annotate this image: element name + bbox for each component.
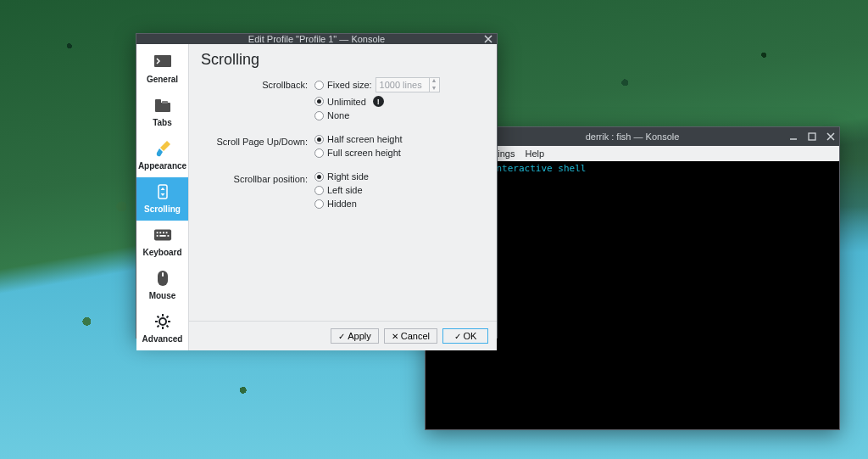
row-scrollback: Scrollback: Fixed size: ▲▼ Un	[189, 77, 485, 120]
dialog-window-controls	[483, 34, 493, 44]
page-heading: Scrolling	[189, 44, 497, 77]
svg-rect-11	[156, 235, 158, 237]
sidebar-item-scrolling[interactable]: Scrolling	[136, 177, 188, 221]
option-fixed-size[interactable]: Fixed size: ▲▼	[314, 77, 440, 92]
svg-rect-5	[159, 185, 167, 199]
svg-rect-15	[162, 272, 164, 277]
radio-full-screen[interactable]	[314, 148, 324, 158]
svg-point-16	[159, 318, 166, 325]
sidebar-item-mouse[interactable]: Mouse	[136, 264, 188, 307]
check-icon: ✓	[338, 332, 345, 341]
minimize-icon[interactable]	[788, 132, 798, 142]
sidebar-item-label: Keyboard	[142, 248, 181, 257]
row-scrollbar-position: Scrollbar position: Right side Left side	[189, 171, 485, 209]
option-label: Left side	[327, 185, 363, 195]
svg-rect-7	[156, 232, 158, 233]
option-label: Half screen height	[327, 134, 403, 144]
sidebar-item-label: Mouse	[149, 291, 176, 300]
svg-rect-9	[163, 232, 164, 233]
check-icon: ✓	[454, 332, 461, 341]
option-label: Hidden	[327, 199, 357, 209]
dialog-title: Edit Profile "Profile 1" — Konsole	[142, 34, 492, 44]
konsole-window-controls	[788, 127, 836, 146]
menu-help[interactable]: Help	[525, 148, 544, 159]
option-label: Unlimited	[327, 97, 366, 107]
main-panel: Scrolling Scrollback: Fixed size: ▲▼	[189, 44, 497, 350]
button-label: Cancel	[401, 331, 430, 341]
label-scrollpage: Scroll Page Up/Down:	[189, 134, 314, 147]
option-none[interactable]: None	[314, 110, 440, 120]
button-label: OK	[464, 331, 477, 341]
svg-rect-13	[167, 235, 169, 237]
scroll-icon	[153, 182, 172, 201]
svg-rect-10	[165, 232, 167, 233]
sidebar-item-appearance[interactable]: Appearance	[136, 134, 188, 177]
radio-hidden[interactable]	[314, 199, 324, 209]
svg-rect-0	[809, 133, 815, 140]
sidebar-item-keyboard[interactable]: Keyboard	[136, 221, 188, 264]
tabs-icon	[153, 96, 172, 115]
option-label: Fixed size:	[327, 80, 372, 90]
radio-unlimited[interactable]	[314, 97, 324, 106]
close-icon[interactable]	[826, 132, 836, 142]
maximize-icon[interactable]	[807, 132, 817, 142]
row-scrollpage: Scroll Page Up/Down: Half screen height …	[189, 134, 485, 158]
label-scrollback: Scrollback:	[189, 77, 314, 90]
spin-down-icon: ▼	[430, 85, 439, 92]
sidebar-item-label: Appearance	[138, 161, 186, 171]
radio-half-screen[interactable]	[314, 135, 324, 144]
brush-icon	[153, 139, 172, 158]
dialog-button-row: ✓ Apply ✕ Cancel ✓ OK	[189, 321, 497, 350]
option-half-screen[interactable]: Half screen height	[314, 134, 403, 144]
spin-up-icon: ▲	[430, 77, 439, 85]
sidebar-item-label: Tabs	[153, 118, 172, 127]
dialog-titlebar[interactable]: Edit Profile "Profile 1" — Konsole	[136, 34, 497, 44]
dialog-body: General Tabs Appearance Scrolling	[136, 44, 497, 350]
option-right-side[interactable]: Right side	[314, 171, 369, 182]
svg-rect-12	[159, 235, 165, 237]
mouse-icon	[153, 269, 172, 288]
fixed-size-spinbox[interactable]: ▲▼	[376, 77, 440, 92]
gear-icon	[153, 312, 172, 331]
option-label: Right side	[327, 171, 369, 182]
svg-rect-2	[155, 103, 170, 112]
apply-button[interactable]: ✓ Apply	[331, 328, 379, 344]
sidebar-item-advanced[interactable]: Advanced	[136, 307, 188, 350]
radio-fixed-size[interactable]	[314, 81, 324, 90]
spin-buttons[interactable]: ▲▼	[429, 77, 439, 92]
sidebar: General Tabs Appearance Scrolling	[136, 44, 189, 350]
edit-profile-dialog[interactable]: Edit Profile "Profile 1" — Konsole Gener…	[136, 33, 498, 339]
radio-right-side[interactable]	[314, 172, 324, 182]
ok-button[interactable]: ✓ OK	[442, 328, 488, 344]
close-icon[interactable]	[483, 34, 493, 44]
option-hidden[interactable]: Hidden	[314, 199, 369, 209]
sidebar-item-label: Advanced	[142, 334, 183, 344]
option-label: Full screen height	[327, 148, 401, 158]
terminal-icon	[153, 53, 172, 71]
keyboard-icon	[153, 226, 172, 244]
svg-rect-1	[154, 55, 171, 67]
svg-rect-3	[155, 99, 161, 104]
svg-rect-8	[159, 232, 161, 233]
cancel-button[interactable]: ✕ Cancel	[384, 328, 437, 344]
label-scrollbar-position: Scrollbar position:	[189, 171, 314, 184]
svg-rect-4	[162, 101, 168, 104]
radio-left-side[interactable]	[314, 186, 324, 195]
sidebar-item-tabs[interactable]: Tabs	[136, 91, 188, 134]
button-label: Apply	[348, 331, 371, 341]
sidebar-item-general[interactable]: General	[136, 48, 188, 91]
x-icon: ✕	[392, 332, 398, 341]
radio-none[interactable]	[314, 111, 324, 120]
option-label: None	[327, 110, 349, 120]
sidebar-item-label: Scrolling	[144, 204, 181, 214]
form-area: Scrollback: Fixed size: ▲▼ Un	[189, 77, 497, 321]
option-left-side[interactable]: Left side	[314, 185, 369, 195]
info-icon[interactable]: !	[373, 96, 384, 107]
fixed-size-input[interactable]	[376, 80, 429, 90]
option-unlimited[interactable]: Unlimited !	[314, 96, 440, 107]
sidebar-item-label: General	[147, 75, 178, 84]
option-full-screen[interactable]: Full screen height	[314, 148, 403, 158]
